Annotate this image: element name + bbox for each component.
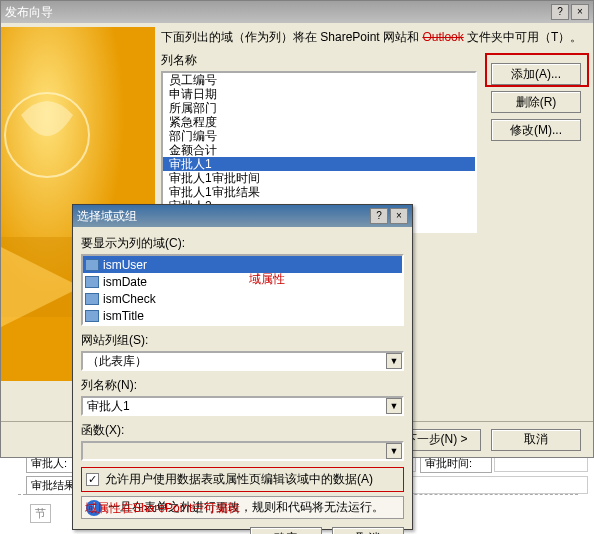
- field-icon: [85, 276, 99, 288]
- select-field-dialog: 选择域或组 ? × 要显示为列的域(C): ismUser ismDate is…: [72, 204, 413, 530]
- help-button[interactable]: ?: [370, 208, 388, 224]
- chevron-down-icon[interactable]: ▼: [386, 443, 402, 459]
- fields-label: 要显示为列的域(C):: [81, 235, 404, 252]
- remove-button[interactable]: 删除(R): [491, 91, 581, 113]
- allow-edit-label: 允许用户使用数据表或属性页编辑该域中的数据(A): [105, 471, 373, 488]
- list-item[interactable]: 审批人1审批结果: [163, 185, 475, 199]
- field-icon: [85, 293, 99, 305]
- colname-label: 列名称(N):: [81, 377, 404, 394]
- cancel-button[interactable]: 取消: [332, 527, 404, 534]
- column-name-combo[interactable]: 审批人1 ▼: [81, 396, 404, 416]
- note-field-attr: 域属性: [249, 271, 285, 288]
- chevron-down-icon[interactable]: ▼: [386, 353, 402, 369]
- field-listbox[interactable]: ismUser ismDate ismCheck ismTitle: [81, 254, 404, 326]
- list-item-selected[interactable]: 审批人1: [163, 157, 475, 171]
- modify-button[interactable]: 修改(M)...: [491, 119, 581, 141]
- close-button[interactable]: ×: [571, 4, 589, 20]
- list-item[interactable]: 部门编号: [163, 129, 475, 143]
- list-item[interactable]: 申请日期: [163, 87, 475, 101]
- function-label: 函数(X):: [81, 422, 404, 439]
- field-item[interactable]: ismCheck: [83, 290, 402, 307]
- list-item[interactable]: 所属部门: [163, 101, 475, 115]
- site-column-group-combo[interactable]: （此表库） ▼: [81, 351, 404, 371]
- note-editable: 域属性在SharePoint中可编辑: [85, 500, 240, 517]
- list-item[interactable]: 审批人1审批时间: [163, 171, 475, 185]
- field-icon: [85, 259, 99, 271]
- field-item[interactable]: ismDate: [83, 273, 402, 290]
- chevron-down-icon[interactable]: ▼: [386, 398, 402, 414]
- list-item[interactable]: 金额合计: [163, 143, 475, 157]
- function-combo[interactable]: ▼: [81, 441, 404, 461]
- highlight-add: [485, 53, 589, 87]
- field-icon: [85, 310, 99, 322]
- strikethrough-text: Outlook: [422, 30, 463, 44]
- close-button[interactable]: ×: [390, 208, 408, 224]
- tab-section[interactable]: 节: [30, 504, 51, 523]
- field-item[interactable]: ismTitle: [83, 307, 402, 324]
- field-item-selected[interactable]: ismUser: [83, 256, 402, 273]
- group-label: 网站列组(S):: [81, 332, 404, 349]
- dialog-title: 选择域或组: [77, 208, 137, 225]
- combo-value: 审批人1: [87, 398, 130, 415]
- ok-button[interactable]: 确定: [250, 527, 322, 534]
- titlebar[interactable]: 发布向导 ? ×: [1, 1, 593, 23]
- combo-value: （此表库）: [87, 353, 147, 370]
- allow-edit-row: ✓ 允许用户使用数据表或属性页编辑该域中的数据(A): [81, 467, 404, 492]
- dialog-titlebar[interactable]: 选择域或组 ? ×: [73, 205, 412, 227]
- allow-edit-checkbox[interactable]: ✓: [86, 473, 99, 486]
- intro-text: 下面列出的域（作为列）将在 SharePoint 网站和 Outlook 文件夹…: [161, 29, 585, 46]
- list-item[interactable]: 紧急程度: [163, 115, 475, 129]
- cancel-button[interactable]: 取消: [491, 429, 581, 451]
- window-title: 发布向导: [5, 4, 53, 21]
- list-item[interactable]: 员工编号: [163, 73, 475, 87]
- help-button[interactable]: ?: [551, 4, 569, 20]
